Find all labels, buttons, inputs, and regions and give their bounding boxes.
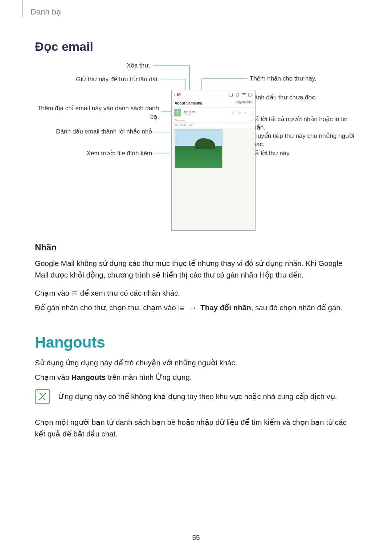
- note-text: Ứng dụng này có thể không khả dụng tùy t…: [58, 391, 337, 402]
- subject-text: About Samsung: [175, 101, 203, 105]
- expand-row: Samsung ⌄: [172, 118, 255, 123]
- breadcrumb: Danh bạ: [30, 7, 61, 17]
- callout-preview: Xem trước file đính kèm.: [34, 149, 154, 158]
- label-icon: [248, 92, 253, 97]
- hangouts-para-2: Chạm vào Hangouts trên màn hình Ứng dụng…: [35, 372, 356, 383]
- trash-icon: [235, 92, 240, 97]
- callout-delete: Xóa thư.: [41, 62, 150, 70]
- callout-reminder: Đánh dấu email thành lời nhắc nhở.: [34, 128, 154, 136]
- labels-para-2: Chạm vào để xem thư có các nhãn khác.: [35, 287, 356, 299]
- phone-toolbar: ‹ M: [172, 90, 255, 99]
- landscape-hill: [195, 138, 215, 149]
- sender-info: Samsung Tới: tôi: [183, 110, 229, 116]
- heading-read-email: Đọc email: [35, 39, 93, 54]
- chevron-down-icon: ⌄: [250, 119, 252, 122]
- callout-add-label: Thêm nhãn cho thư này.: [250, 75, 355, 83]
- inbox-chip: Hộp thư đến: [236, 100, 253, 104]
- archive-icon: [228, 92, 233, 97]
- labels-para-3: Để gán nhãn cho thư, chọn thư, chạm vào …: [35, 302, 356, 313]
- labels-para-1: Google Mail không sử dụng các thư mục th…: [35, 258, 356, 281]
- callout-add-contact: Thêm địa chỉ email này vào danh sách dan…: [36, 104, 159, 121]
- callout-reply-all: Trả lời tất cả người nhận hoặc in tin nh…: [250, 115, 357, 132]
- callout-mark-unread: Đánh dấu thư chưa đọc.: [250, 94, 355, 102]
- heading-labels: Nhãn: [35, 242, 57, 253]
- email-diagram: Xóa thư. Giữ thư này để lưu trữ lâu dài.…: [35, 58, 357, 232]
- heading-hangouts: Hangouts: [35, 334, 105, 351]
- side-rule: [22, 0, 23, 17]
- note-icon: [35, 389, 50, 404]
- change-label-bold: Thay đổi nhãn: [200, 303, 251, 312]
- sender-name: Samsung: [183, 110, 229, 113]
- attachment-thumbnail: [175, 129, 222, 168]
- callout-archive: Giữ thư này để lưu trữ lâu dài.: [36, 75, 159, 84]
- overflow-icon: ⋮: [249, 111, 253, 115]
- page-number: 55: [0, 534, 392, 542]
- recipient-line: Tới: tôi: [183, 113, 229, 116]
- svg-rect-19: [229, 94, 233, 96]
- hangouts-para-3: Chọn một người bạn từ danh sách bạn bè h…: [35, 416, 356, 440]
- callout-forward: Chuyển tiếp thư này cho những người khác…: [250, 132, 357, 149]
- hangouts-bold: Hangouts: [72, 373, 106, 381]
- reply-icon: ↩: [238, 111, 241, 115]
- menu-lines-icon: [72, 290, 77, 297]
- star-icon: ☆: [232, 111, 235, 115]
- attachment-label: TỆP ĐÍNH KÈM: [172, 123, 255, 128]
- mark-unread-icon: [241, 92, 246, 97]
- phone-mock: ‹ M About Samsung Hộp thư đến S Samsung …: [171, 90, 256, 231]
- expand-sender: Samsung: [175, 119, 185, 122]
- forward-icon: ↪: [244, 111, 246, 115]
- arrow-right-icon: →: [189, 303, 197, 312]
- note-row: Ứng dụng này có thể không khả dụng tùy t…: [35, 389, 356, 404]
- subject-bar: About Samsung Hộp thư đến: [172, 99, 255, 108]
- label-menu-icon: [179, 305, 185, 311]
- gmail-logo-icon: M: [177, 92, 181, 97]
- back-chevron-icon: ‹: [174, 92, 175, 97]
- hangouts-para-1: Sử dụng ứng dụng này để trò chuyện với n…: [35, 357, 356, 369]
- sender-avatar: S: [174, 109, 181, 116]
- sender-row: S Samsung Tới: tôi ☆ ↩ ↪ ⋮: [172, 108, 255, 118]
- callout-reply: Trả lời thư này.: [250, 149, 355, 158]
